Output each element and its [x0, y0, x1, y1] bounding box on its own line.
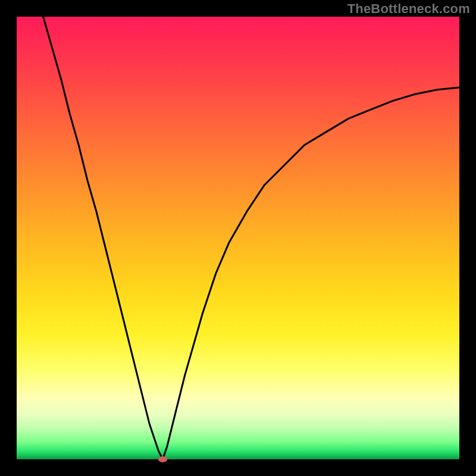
chart-root: TheBottleneck.com	[0, 0, 476, 476]
watermark-text: TheBottleneck.com	[347, 1, 470, 17]
bottleneck-curve	[43, 17, 459, 459]
curve-svg	[17, 17, 459, 459]
plot-area	[17, 17, 459, 459]
optimal-point-marker	[158, 456, 167, 462]
